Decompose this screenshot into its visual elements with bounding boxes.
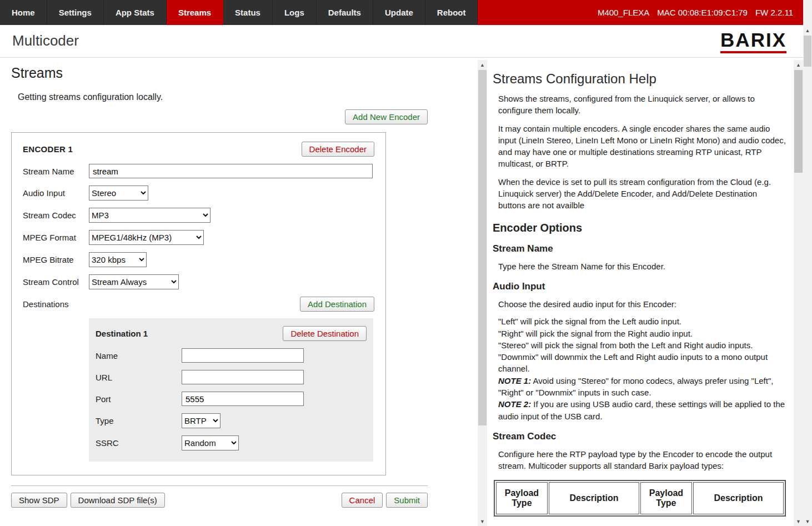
destination-1-panel: Destination 1 Delete Destination Name UR…	[89, 318, 373, 462]
help-note-1: NOTE 1: Avoid using "Stereo" for mono co…	[498, 375, 786, 399]
tab-status[interactable]: Status	[223, 0, 273, 25]
window-scrollbar[interactable]: ▲ ▼	[803, 0, 812, 526]
tab-settings[interactable]: Settings	[47, 0, 104, 25]
device-firmware: FW 2.2.11	[755, 8, 793, 17]
description-header-2: Description	[693, 482, 784, 514]
help-stream-name-text: Type here the Stream Name for this Encod…	[498, 261, 786, 272]
add-destination-button[interactable]: Add Destination	[300, 297, 374, 312]
top-nav: Home Settings App Stats Streams Status L…	[0, 0, 803, 25]
description-header-1: Description	[549, 482, 639, 514]
help-audio-line-right: "Right" will pick the signal from the Ri…	[498, 328, 786, 339]
tab-defaults[interactable]: Defaults	[317, 0, 373, 25]
audio-input-select[interactable]: Stereo	[89, 186, 148, 201]
destination-ssrc-label: SSRC	[96, 438, 182, 448]
note-2-text: If you are using USB audio card, these s…	[498, 399, 785, 420]
destination-type-label: Type	[96, 416, 182, 425]
destinations-label: Destinations	[23, 299, 89, 309]
scroll-down-icon[interactable]: ▼	[794, 517, 803, 526]
barix-logo-text: BARIX	[720, 30, 786, 49]
logo-underline	[720, 51, 786, 53]
audio-input-label: Audio Input	[23, 188, 89, 198]
encoder-title: ENCODER 1	[23, 144, 73, 154]
streams-panel: Streams Getting streams configuration lo…	[0, 58, 478, 526]
scroll-down-icon[interactable]: ▼	[803, 517, 812, 526]
stream-control-select[interactable]: Stream Always	[89, 274, 179, 289]
delete-encoder-button[interactable]: Delete Encoder	[302, 142, 374, 157]
payload-type-header-1: Payload Type	[496, 482, 548, 514]
add-new-encoder-button[interactable]: Add New Encoder	[345, 109, 428, 124]
destination-port-input[interactable]	[182, 392, 304, 406]
destination-url-input[interactable]	[182, 370, 304, 384]
delete-destination-button[interactable]: Delete Destination	[283, 326, 367, 341]
scroll-down-icon[interactable]: ▼	[478, 517, 487, 526]
page-title: Multicoder	[12, 32, 79, 49]
help-intro-paragraph-3: When the device is set to pull its strea…	[498, 176, 786, 212]
stream-name-label: Stream Name	[23, 167, 89, 176]
device-name: M400_FLEXA	[598, 8, 649, 17]
streams-panel-scrollbar[interactable]: ▲ ▼	[478, 60, 487, 526]
tab-reboot[interactable]: Reboot	[425, 0, 478, 25]
mpeg-format-label: MPEG Format	[23, 233, 89, 242]
payload-type-header-2: Payload Type	[640, 482, 692, 514]
help-audio-line-downmix: "Downmix" will downmix the Left and Righ…	[498, 351, 786, 375]
mpeg-bitrate-select[interactable]: 320 kbps	[89, 252, 147, 267]
scroll-up-icon[interactable]: ▲	[478, 60, 487, 69]
streams-heading: Streams	[11, 65, 478, 81]
table-header-row: Payload Type Description Payload Type De…	[496, 482, 784, 514]
destination-port-label: Port	[96, 394, 182, 404]
destination-type-select[interactable]: BRTP	[182, 413, 220, 428]
help-audio-line-stereo: "Stereo" will pick the signal from both …	[498, 339, 786, 351]
scrollbar-thumb[interactable]	[794, 70, 803, 173]
help-panel-scrollbar[interactable]: ▲ ▼	[794, 60, 803, 526]
encoder-options-heading: Encoder Options	[493, 222, 786, 234]
help-stream-codec-text: Configure here the RTP payload type by t…	[498, 448, 786, 472]
note-1-text: Avoid using "Stereo" for mono codecs, al…	[498, 376, 773, 397]
mpeg-bitrate-label: MPEG Bitrate	[23, 255, 89, 264]
stream-name-input[interactable]	[89, 164, 373, 178]
stream-control-label: Stream Control	[23, 277, 89, 287]
scrollbar-thumb[interactable]	[478, 70, 487, 425]
device-mac: MAC 00:08:E1:09:C1:79	[657, 8, 748, 17]
stream-codec-select[interactable]: MP3	[89, 208, 210, 223]
help-stream-codec-heading: Stream Codec	[493, 431, 786, 442]
help-note-2: NOTE 2: If you are using USB audio card,…	[498, 398, 786, 422]
help-audio-line-left: "Left" will pick the signal from the Lef…	[498, 315, 786, 327]
help-audio-input-intro: Choose the desired audio input for this …	[498, 298, 786, 310]
destination-name-input[interactable]	[182, 348, 304, 363]
mpeg-format-select[interactable]: MPEG1/48kHz (MP3)	[89, 230, 204, 245]
submit-button[interactable]: Submit	[386, 493, 428, 508]
help-intro-paragraph-1: Shows the streams, configured from the L…	[498, 93, 786, 117]
help-panel: Streams Configuration Help Shows the str…	[487, 58, 794, 526]
destination-name-label: Name	[96, 351, 182, 360]
help-stream-name-heading: Stream Name	[493, 243, 786, 254]
tab-home[interactable]: Home	[0, 0, 47, 25]
destination-ssrc-select[interactable]: Random	[182, 435, 239, 450]
streams-subtitle: Getting streams configuration locally.	[18, 92, 478, 102]
device-info-bar: M400_FLEXA MAC 00:08:E1:09:C1:79 FW 2.2.…	[478, 0, 803, 25]
note-1-label: NOTE 1:	[498, 376, 531, 385]
tab-logs[interactable]: Logs	[273, 0, 317, 25]
tab-update[interactable]: Update	[373, 0, 425, 25]
stream-codec-label: Stream Codec	[23, 211, 89, 220]
main-area: Streams Getting streams configuration lo…	[0, 58, 803, 526]
destination-url-label: URL	[96, 373, 182, 382]
payload-types-table: Payload Type Description Payload Type De…	[494, 480, 786, 517]
scroll-up-icon[interactable]: ▲	[803, 26, 812, 35]
app-header: Multicoder BARIX	[0, 25, 803, 58]
scrollbar-thumb[interactable]	[804, 36, 811, 67]
barix-logo: BARIX	[720, 30, 786, 53]
tab-app-stats[interactable]: App Stats	[104, 0, 167, 25]
tab-streams[interactable]: Streams	[167, 0, 223, 25]
help-audio-input-heading: Audio Input	[493, 281, 786, 292]
download-sdp-button[interactable]: Download SDP file(s)	[71, 493, 165, 508]
help-title: Streams Configuration Help	[493, 71, 786, 87]
scroll-up-icon[interactable]: ▲	[794, 60, 803, 69]
destination-title: Destination 1	[96, 329, 148, 338]
cancel-button[interactable]: Cancel	[342, 493, 383, 508]
footer-divider	[11, 485, 428, 486]
help-intro-paragraph-2: It may contain multiple encoders. A sing…	[498, 123, 786, 170]
encoder-1-panel: ENCODER 1 Delete Encoder Stream Name Aud…	[11, 132, 386, 475]
show-sdp-button[interactable]: Show SDP	[11, 493, 67, 508]
note-2-label: NOTE 2:	[498, 399, 531, 409]
